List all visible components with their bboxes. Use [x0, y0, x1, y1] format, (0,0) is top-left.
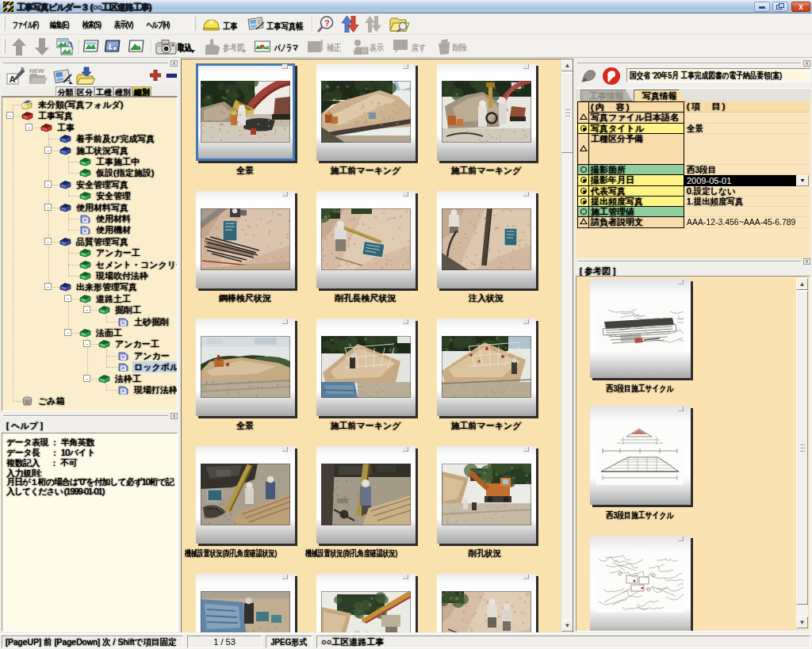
- svg-text:?: ?: [324, 18, 330, 28]
- svg-text:NEW: NEW: [29, 67, 44, 74]
